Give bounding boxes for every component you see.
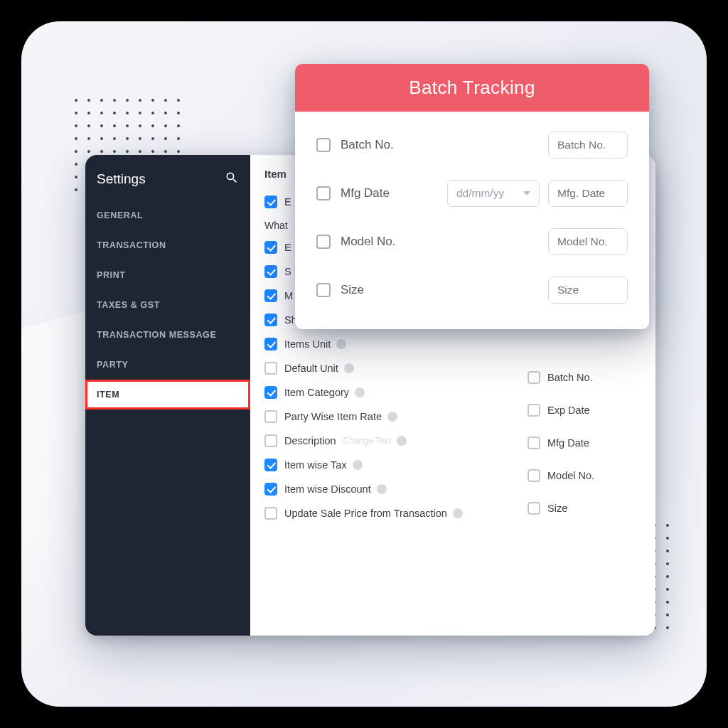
popup-label: Size <box>341 283 364 297</box>
popup-title: Batch Tracking <box>295 64 649 112</box>
popup-label: Mfg Date <box>341 186 390 200</box>
option-label: S <box>284 266 291 277</box>
checkbox[interactable] <box>316 138 331 152</box>
popup-label: Model No. <box>341 235 395 249</box>
option-label: Mfg Date <box>547 437 589 449</box>
change-text-link[interactable]: Change Text <box>343 436 391 446</box>
option-row: Mfg Date <box>528 427 655 459</box>
option-label: Items Unit <box>284 338 331 350</box>
sidebar-item-party[interactable]: PARTY <box>85 350 250 380</box>
checkbox[interactable] <box>264 434 277 447</box>
popup-row-size: Size <box>316 277 628 304</box>
info-icon[interactable] <box>453 508 463 518</box>
checkbox[interactable] <box>264 386 277 399</box>
option-label: Update Sale Price from Transaction <box>284 508 447 519</box>
sidebar-item-print[interactable]: PRINT <box>85 260 250 290</box>
info-icon[interactable] <box>397 436 407 446</box>
checkbox[interactable] <box>528 371 540 384</box>
batch-tracking-popup: Batch Tracking Batch No. Mfg Date <box>295 64 649 329</box>
option-label: M <box>284 290 293 301</box>
option-label: E <box>284 196 291 208</box>
option-label: Item wise Discount <box>284 483 371 495</box>
checkbox[interactable] <box>264 483 277 496</box>
checkbox[interactable] <box>264 241 277 254</box>
info-icon[interactable] <box>355 387 365 397</box>
sidebar-item-transaction[interactable]: TRANSACTION <box>85 230 250 260</box>
option-label: Model No. <box>547 470 594 481</box>
option-row: Exp Date <box>528 394 655 427</box>
popup-body: Batch No. Mfg Date dd/mm/yy <box>295 112 649 329</box>
search-icon[interactable] <box>225 171 239 188</box>
popup-row-batch-no: Batch No. <box>316 132 628 159</box>
info-icon[interactable] <box>353 460 363 470</box>
info-icon[interactable] <box>336 339 346 349</box>
option-label: Default Unit <box>284 363 338 374</box>
popup-row-mfg-date: Mfg Date dd/mm/yy <box>316 180 628 207</box>
option-row: Items Unit <box>264 332 641 356</box>
sidebar-title: Settings <box>97 171 146 187</box>
select-placeholder: dd/mm/yy <box>456 187 504 200</box>
checkbox[interactable] <box>264 410 277 423</box>
model-no-input[interactable] <box>548 228 628 255</box>
checkbox[interactable] <box>528 469 540 482</box>
info-icon[interactable] <box>344 363 354 373</box>
sidebar-item-transaction-message[interactable]: TRANSACTION MESSAGE <box>85 320 250 350</box>
checkbox[interactable] <box>264 338 277 350</box>
option-label: E <box>284 242 291 253</box>
batch-no-input[interactable] <box>548 132 628 159</box>
outer-card: Settings GENERAL TRANSACTION PRINT TAXES… <box>21 21 707 707</box>
info-icon[interactable] <box>377 484 387 494</box>
popup-label: Batch No. <box>341 138 394 152</box>
mfg-date-input[interactable] <box>548 180 628 207</box>
option-label: Batch No. <box>547 372 593 383</box>
checkbox[interactable] <box>264 314 277 326</box>
checkbox[interactable] <box>316 235 331 249</box>
popup-row-model-no: Model No. <box>316 228 628 255</box>
date-format-select[interactable]: dd/mm/yy <box>447 180 540 207</box>
right-column: Batch No. Exp Date Mfg Date Model No. Si… <box>528 361 655 525</box>
checkbox[interactable] <box>264 265 277 278</box>
checkbox[interactable] <box>264 459 277 471</box>
option-label: Item wise Tax <box>284 459 347 471</box>
checkbox[interactable] <box>528 404 540 417</box>
option-row: Batch No. <box>528 361 655 394</box>
chevron-down-icon <box>523 191 530 196</box>
checkbox[interactable] <box>528 437 540 449</box>
settings-sidebar: Settings GENERAL TRANSACTION PRINT TAXES… <box>85 155 250 636</box>
checkbox[interactable] <box>264 362 277 375</box>
sidebar-item-taxes-gst[interactable]: TAXES & GST <box>85 290 250 320</box>
option-label: Party Wise Item Rate <box>284 411 382 422</box>
option-row: Size <box>528 492 655 525</box>
sidebar-item-item[interactable]: ITEM <box>85 380 250 410</box>
option-label: Item Category <box>284 387 349 398</box>
checkbox[interactable] <box>264 289 277 302</box>
option-row: Model No. <box>528 459 655 492</box>
sidebar-header: Settings <box>85 165 250 200</box>
size-input[interactable] <box>548 277 628 304</box>
sidebar-item-general[interactable]: GENERAL <box>85 200 250 230</box>
checkbox[interactable] <box>316 283 331 297</box>
option-label: Size <box>547 503 567 514</box>
checkbox[interactable] <box>316 186 331 200</box>
info-icon[interactable] <box>387 412 397 422</box>
checkbox[interactable] <box>264 196 277 208</box>
option-label: Exp Date <box>547 405 590 416</box>
option-label: Description <box>284 435 336 446</box>
checkbox[interactable] <box>264 507 277 520</box>
checkbox[interactable] <box>528 502 540 515</box>
